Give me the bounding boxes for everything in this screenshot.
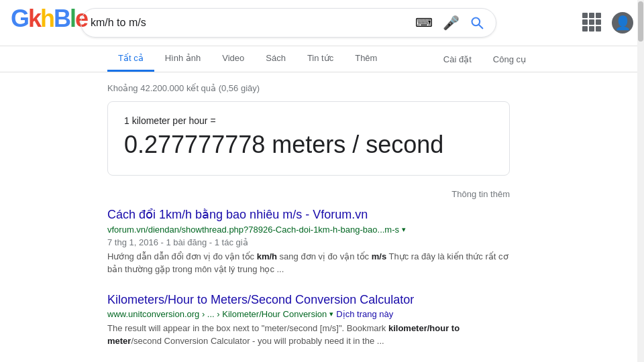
result-url-2: www.unitconversion.org › ... › Kilometer…: [107, 309, 327, 319]
logo[interactable]: GkhBle: [11, 7, 72, 39]
search-button[interactable]: [468, 13, 486, 32]
result-url-1: vforum.vn/diendan/showthread.php?78926-C…: [107, 225, 399, 235]
results-area: Khoảng 42.200.000 kết quả (0,56 giây) 1 …: [0, 72, 644, 351]
result-url-row-2: www.unitconversion.org › ... › Kilometer…: [107, 309, 510, 319]
result-count: Khoảng 42.200.000 kết quả (0,56 giây): [107, 78, 537, 101]
tab-books[interactable]: Sách: [255, 46, 297, 72]
mic-icon: 🎤: [443, 15, 458, 30]
scrollbar-thumb[interactable]: [638, 1, 643, 42]
tab-video[interactable]: Video: [211, 46, 255, 72]
search-bar: km/h to m/s ⌨ 🎤: [80, 8, 496, 38]
result-dropdown-2[interactable]: ▾: [329, 310, 333, 318]
logo-letter-g: G: [11, 5, 28, 32]
result-title-1[interactable]: Cách đổi 1km/h bằng bao nhiêu m/s - Vfor…: [107, 208, 368, 221]
mic-button[interactable]: 🎤: [441, 13, 461, 33]
result-desc-1: Hướng dẫn dẫn đổi đơn vị đo vận tốc km/h…: [107, 250, 510, 276]
scrollbar[interactable]: [637, 0, 644, 362]
converter-widget: 1 kilometer per hour = 0.277777778 meter…: [107, 101, 510, 176]
result-item-2: Kilometers/Hour to Meters/Second Convers…: [107, 292, 510, 348]
tabs-bar: Tất cả Hình ảnh Video Sách Tin tức Thêm …: [0, 46, 644, 72]
svg-line-1: [479, 25, 482, 28]
result-desc-2: The result will appear in the box next t…: [107, 322, 510, 348]
keyboard-icon: ⌨: [417, 15, 431, 30]
account-initial: 👤: [614, 15, 631, 31]
logo-letter-l: l: [70, 5, 75, 32]
tab-all[interactable]: Tất cả: [107, 46, 154, 72]
result-date-1: 7 thg 1, 2016 - 1 bài đăng - 1 tác giả: [107, 237, 510, 247]
more-info-link[interactable]: Thông tin thêm: [107, 189, 510, 199]
logo-letter-h: h: [40, 5, 54, 32]
result-url-row-1: vforum.vn/diendan/showthread.php?78926-C…: [107, 225, 510, 235]
tab-news[interactable]: Tin tức: [297, 46, 344, 72]
result-dropdown-1[interactable]: ▾: [402, 225, 406, 234]
tab-settings[interactable]: Cài đặt: [433, 48, 482, 71]
converter-result: 0.277777778 meters / second: [124, 130, 493, 159]
logo-letter-b: B: [54, 5, 70, 32]
logo-letter-k: k: [28, 5, 40, 32]
header-right: 👤: [582, 12, 633, 34]
tab-images[interactable]: Hình ảnh: [154, 46, 212, 72]
result-item: Cách đổi 1km/h bằng bao nhiêu m/s - Vfor…: [107, 207, 510, 276]
tab-more[interactable]: Thêm: [344, 46, 388, 72]
tab-tools[interactable]: Công cụ: [482, 48, 537, 71]
translate-link-2[interactable]: Dịch trang này: [336, 309, 393, 319]
header: GkhBle km/h to m/s ⌨ 🎤 👤: [0, 0, 644, 46]
search-input[interactable]: km/h to m/s: [91, 17, 407, 29]
keyboard-button[interactable]: ⌨: [414, 13, 434, 33]
account-avatar[interactable]: 👤: [612, 12, 633, 34]
search-icon: [470, 16, 484, 29]
apps-button[interactable]: [582, 13, 602, 33]
result-title-2[interactable]: Kilometers/Hour to Meters/Second Convers…: [107, 293, 414, 306]
converter-label: 1 kilometer per hour =: [124, 115, 493, 126]
